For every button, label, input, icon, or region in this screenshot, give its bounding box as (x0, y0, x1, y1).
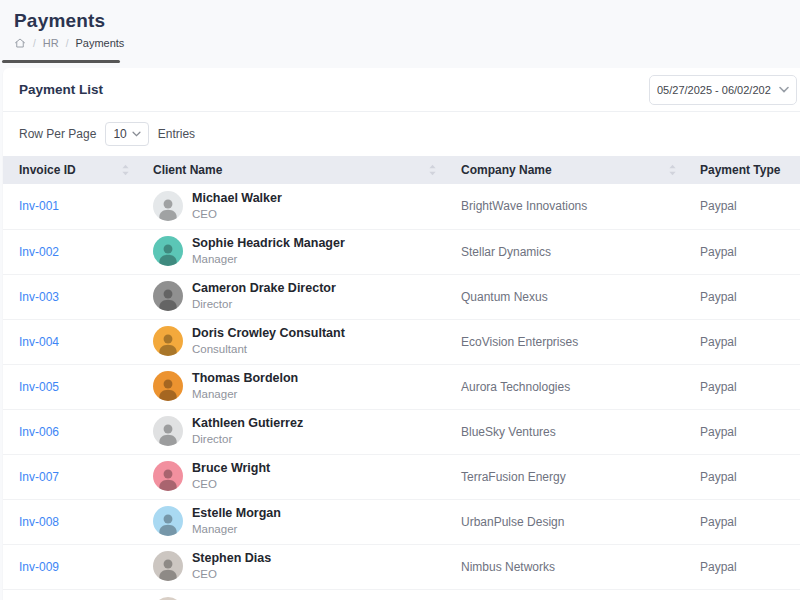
payment-table: Invoice ID Client Name Company Name (3, 156, 800, 600)
date-range-value: 05/27/2025 - 06/02/202 (657, 84, 775, 96)
avatar (153, 191, 183, 221)
company-name (458, 589, 698, 600)
client-role: Manager (192, 388, 298, 402)
client-role: Consultant (192, 343, 345, 357)
payment-type: Paypal (698, 319, 800, 364)
invoice-link[interactable]: Inv-008 (19, 515, 59, 529)
client-name: Thomas Bordelon (192, 371, 298, 387)
payment-table-body: Inv-001 Michael Walker CEO BrightWave In… (3, 184, 800, 600)
chevron-down-icon (132, 131, 141, 137)
table-row: Angela Th (3, 589, 800, 600)
column-header-invoice-id[interactable]: Invoice ID (3, 156, 151, 184)
page-header: Payments / HR / Payments (0, 0, 800, 49)
payment-type: Paypal (698, 184, 800, 229)
payment-type (698, 589, 800, 600)
invoice-link[interactable]: Inv-004 (19, 335, 59, 349)
client-name: Estelle Morgan (192, 506, 281, 522)
invoice-link[interactable]: Inv-009 (19, 560, 59, 574)
client-name: Kathleen Gutierrez (192, 416, 303, 432)
invoice-link[interactable]: Inv-005 (19, 380, 59, 394)
avatar (153, 461, 183, 491)
breadcrumb-separator: / (66, 38, 69, 49)
breadcrumb: / HR / Payments (14, 37, 786, 49)
client-role: Director (192, 433, 303, 447)
table-row: Inv-003 Cameron Drake Director Director … (3, 274, 800, 319)
client-role: CEO (192, 208, 282, 222)
horizontal-scrollbar-thumb[interactable] (2, 60, 120, 63)
table-row: Inv-008 Estelle Morgan Manager UrbanPuls… (3, 499, 800, 544)
company-name: Stellar Dynamics (458, 229, 698, 274)
breadcrumb-item-hr[interactable]: HR (43, 37, 59, 49)
column-header-company-name[interactable]: Company Name (458, 156, 698, 184)
payment-type: Paypal (698, 499, 800, 544)
column-header-payment-type[interactable]: Payment Type (698, 156, 800, 184)
client-role: Manager (192, 253, 345, 267)
company-name: Aurora Technologies (458, 364, 698, 409)
breadcrumb-item-payments: Payments (75, 37, 124, 49)
table-row: Inv-002 Sophie Headrick Manager Manager … (3, 229, 800, 274)
payment-type: Paypal (698, 454, 800, 499)
table-controls: Row Per Page 10 Entries (3, 112, 800, 156)
sort-icon[interactable] (122, 165, 129, 176)
date-range-select[interactable]: 05/27/2025 - 06/02/202 (649, 75, 797, 105)
avatar (153, 506, 183, 536)
chevron-down-icon (779, 86, 789, 93)
table-row: Inv-006 Kathleen Gutierrez Director Blue… (3, 409, 800, 454)
table-row: Inv-005 Thomas Bordelon Manager Aurora T… (3, 364, 800, 409)
company-name: UrbanPulse Design (458, 499, 698, 544)
client-name: Bruce Wright (192, 461, 270, 477)
avatar (153, 281, 183, 311)
client-name: Michael Walker (192, 191, 282, 207)
invoice-link[interactable]: Inv-001 (19, 199, 59, 213)
company-name: TerraFusion Energy (458, 454, 698, 499)
payment-type: Paypal (698, 229, 800, 274)
page-title: Payments (14, 10, 786, 32)
client-role: CEO (192, 478, 270, 492)
company-name: BlueSky Ventures (458, 409, 698, 454)
company-name: Nimbus Networks (458, 544, 698, 589)
row-per-page-select[interactable]: 10 (105, 122, 148, 146)
client-name: Doris Crowley Consultant (192, 326, 345, 342)
client-name: Stephen Dias (192, 551, 271, 567)
payment-type: Paypal (698, 544, 800, 589)
entries-label: Entries (158, 127, 195, 141)
table-row: Inv-009 Stephen Dias CEO Nimbus Networks… (3, 544, 800, 589)
company-name: Quantum Nexus (458, 274, 698, 319)
client-name: Cameron Drake Director (192, 281, 336, 297)
payment-type: Paypal (698, 274, 800, 319)
column-header-client-name[interactable]: Client Name (151, 156, 458, 184)
avatar (153, 371, 183, 401)
invoice-link[interactable]: Inv-007 (19, 470, 59, 484)
row-per-page-value: 10 (113, 127, 126, 141)
invoice-link[interactable]: Inv-006 (19, 425, 59, 439)
sort-icon[interactable] (429, 165, 436, 176)
table-row: Inv-001 Michael Walker CEO BrightWave In… (3, 184, 800, 229)
avatar (153, 326, 183, 356)
client-role: Manager (192, 523, 281, 537)
card-title: Payment List (19, 82, 103, 97)
table-row: Inv-007 Bruce Wright CEO TerraFusion Ene… (3, 454, 800, 499)
card-header: Payment List 05/27/2025 - 06/02/202 (3, 68, 800, 112)
client-role: CEO (192, 568, 271, 582)
sort-icon[interactable] (669, 165, 676, 176)
invoice-link[interactable]: Inv-003 (19, 290, 59, 304)
payment-type: Paypal (698, 409, 800, 454)
row-per-page-label: Row Per Page (19, 127, 96, 141)
avatar (153, 236, 183, 266)
payment-type: Paypal (698, 364, 800, 409)
invoice-link[interactable]: Inv-002 (19, 245, 59, 259)
home-icon[interactable] (14, 37, 26, 49)
avatar (153, 551, 183, 581)
company-name: BrightWave Innovations (458, 184, 698, 229)
table-row: Inv-004 Doris Crowley Consultant Consult… (3, 319, 800, 364)
avatar (153, 597, 183, 600)
client-role: Director (192, 298, 336, 312)
payment-list-card: Payment List 05/27/2025 - 06/02/202 Row … (3, 68, 800, 600)
breadcrumb-separator: / (33, 38, 36, 49)
client-name: Sophie Headrick Manager (192, 236, 345, 252)
avatar (153, 416, 183, 446)
table-header-row: Invoice ID Client Name Company Name (3, 156, 800, 184)
company-name: EcoVision Enterprises (458, 319, 698, 364)
